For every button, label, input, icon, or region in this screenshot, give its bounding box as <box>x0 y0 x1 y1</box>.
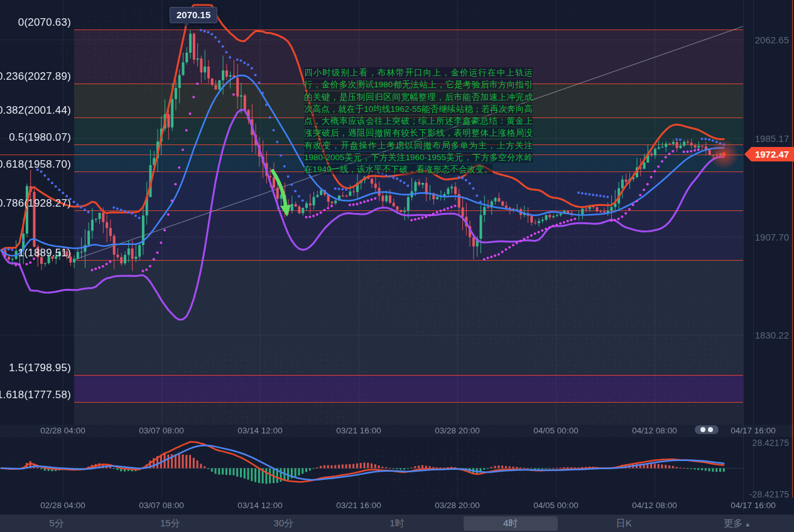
fib-level-label: 1(1889.51) <box>0 247 71 259</box>
fib-level-label: 0.236(2027.89) <box>0 70 71 83</box>
fib-level-label: 0.5(1980.07) <box>0 131 71 144</box>
timeframe-label: 30分 <box>274 518 294 528</box>
timeframe-30min[interactable]: 30分 <box>227 514 340 532</box>
analysis-annotation: 四小时级别上看，布林带开口向上，金价运行在中上轨运行，金价多次测试1980都无法… <box>304 67 533 176</box>
timeframe-1h[interactable]: 1时 <box>340 514 454 532</box>
main-time-tick: 03/14 12:00 <box>222 426 298 435</box>
main-time-tick: 03/07 08:00 <box>124 426 199 435</box>
timeframe-label: 4时 <box>503 518 518 528</box>
timeframe-4h[interactable]: 4时 <box>454 514 567 532</box>
main-time-tick: 04/17 16:00 <box>715 426 791 435</box>
timeframe-toolbar: 5分15分30分1时4时日K更多▲ <box>0 514 794 532</box>
timeframe-label: 1时 <box>389 518 404 528</box>
macd-time-tick: 04/05 00:00 <box>518 501 594 510</box>
macd-axis-min: -28.42175 <box>729 489 789 499</box>
price-axis-label: 1985.17 <box>739 133 789 144</box>
analysis-annotation-text: 四小时级别上看，布林带开口向上，金价运行在中上轨运行，金价多次测试1980都无法… <box>304 67 533 175</box>
fib-level-label: 0(2070.63) <box>0 16 71 29</box>
fib-level-label: 0.382(2001.44) <box>0 104 71 117</box>
fib-level-label: 0.618(1958.70) <box>0 158 71 171</box>
main-time-tick: 02/28 04:00 <box>25 426 101 435</box>
timeframe-daily[interactable]: 日K <box>567 514 681 532</box>
price-axis-label: 1830.22 <box>739 330 789 340</box>
macd-time-tick: 03/21 16:00 <box>321 501 396 510</box>
timeframe-15min[interactable]: 15分 <box>114 514 227 532</box>
macd-time-tick: 03/14 12:00 <box>222 501 298 510</box>
more-arrow-icon: ▲ <box>744 521 751 528</box>
price-axis-label: 2062.65 <box>739 35 789 45</box>
trading-chart-app: 2070.15 四小时级别上看，布林带开口向上，金价运行在中上轨运行，金价多次测… <box>0 0 794 532</box>
timeframe-5min[interactable]: 5分 <box>0 514 114 532</box>
timeframe-more[interactable]: 更多▲ <box>680 514 794 532</box>
main-time-tick: 03/21 16:00 <box>321 426 396 435</box>
macd-time-tick: 03/07 08:00 <box>124 501 199 510</box>
main-time-tick: 04/12 08:00 <box>617 426 692 435</box>
high-price-tooltip: 2070.15 <box>170 7 217 23</box>
price-axis-label: 1907.70 <box>739 232 789 242</box>
macd-time-tick: 03/28 20:00 <box>420 501 495 510</box>
main-time-tick: 04/05 00:00 <box>518 426 594 435</box>
fib-level-label: 1.5(1798.95) <box>0 362 71 374</box>
fib-level-label: 0.786(1928.27) <box>0 197 71 210</box>
timeframe-label: 更多 <box>724 518 742 528</box>
macd-time-tick: 04/17 16:00 <box>715 501 791 510</box>
macd-axis-max: 28.42175 <box>729 438 789 448</box>
macd-time-tick: 02/28 04:00 <box>25 501 101 510</box>
macd-time-tick: 04/12 08:00 <box>617 501 692 510</box>
main-time-tick: 03/28 20:00 <box>420 426 495 435</box>
current-price-tag: 1972.47 <box>744 147 794 161</box>
high-price-value: 2070.15 <box>177 9 210 20</box>
fib-level-label: 1.618(1777.58) <box>0 389 71 401</box>
timeframe-label: 5分 <box>50 518 64 528</box>
timeframe-label: 15分 <box>160 518 180 528</box>
timeframe-label: 日K <box>616 518 632 528</box>
